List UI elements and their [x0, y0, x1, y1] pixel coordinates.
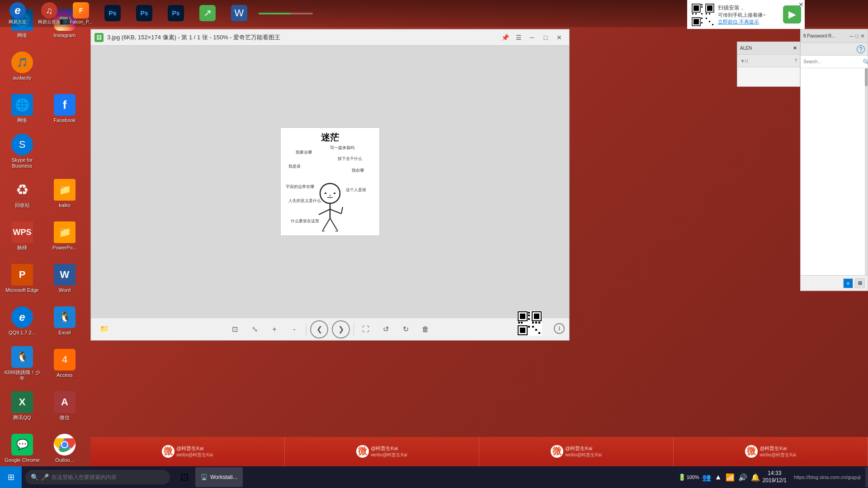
delete-button[interactable]: 🗑 — [417, 321, 434, 338]
desktop-icon-label-excel: 腾讯QQ — [13, 415, 31, 421]
svg-rect-49 — [709, 21, 710, 22]
desktop-icon-recycle[interactable]: ♻ 回收站 — [2, 174, 42, 214]
sec-nav-chevron-down[interactable]: ▼ — [740, 58, 745, 64]
desktop-icon-audacity-placeholder[interactable]: 🎵 audacity — [2, 46, 42, 87]
save-to-folder-button[interactable]: 📁 — [96, 320, 113, 337]
desktop-icon-skype[interactable]: S Skype for Business — [2, 131, 42, 172]
desktop-icon-label-chrome: Outloo... — [55, 457, 74, 463]
right-panel-close[interactable]: ✕ — [860, 33, 865, 39]
right-panel-help-button[interactable]: ? — [857, 45, 865, 53]
desktop-icon-msedge[interactable]: e QQ9.1.7.2... — [2, 301, 42, 342]
right-panel-search-input[interactable] — [803, 59, 861, 64]
top-bar-icon-ps2[interactable]: Ps — [128, 1, 160, 26]
meme-display: 迷茫 我要去哪 写一篇来着吗 按下去干什么 我是谁 我在哪 宇宙的边界在哪 这个… — [280, 127, 380, 236]
desktop-icon-qq[interactable]: 🐧 Excel — [44, 301, 85, 342]
right-panel-minimize[interactable]: ─ — [849, 33, 854, 39]
zoom-out-button[interactable]: - — [286, 321, 302, 338]
top-bar-icon-ie[interactable]: e 网易大全 — [2, 1, 33, 26]
qr-goto-link[interactable]: 立即前往 不再提示 — [718, 19, 759, 24]
desktop-icon-chrome[interactable]: Outloo... — [44, 428, 85, 469]
network-icon[interactable]: 📶 — [725, 472, 736, 483]
viewer-maximize-button[interactable]: □ — [539, 32, 552, 43]
fullscreen-button[interactable]: ⛶ — [358, 321, 374, 338]
viewer-menu-button[interactable]: ☰ — [512, 32, 525, 43]
crop-button[interactable]: ⊡ — [226, 321, 243, 338]
taskbar-time: 14:33 — [763, 470, 787, 477]
taskbar-workstation-item[interactable]: 🖥️ Workstati... — [195, 467, 243, 487]
people-icon[interactable]: 👥 — [701, 472, 712, 483]
right-panel-scrollthumb[interactable] — [865, 68, 868, 86]
right-panel-maximize[interactable]: □ — [855, 33, 859, 39]
qr-close-button[interactable]: ✕ — [798, 1, 804, 8]
top-bar-icon-falcon[interactable]: F Falcon_P... — [65, 1, 97, 26]
top-bar-icon-worddoc[interactable]: W — [223, 1, 255, 26]
progress-bar-fill — [259, 13, 291, 14]
show-desktop-button[interactable] — [865, 467, 868, 487]
resize-button[interactable]: ⤡ — [246, 321, 263, 338]
start-button[interactable]: ⊞ — [0, 466, 22, 488]
right-panel-scrolltrack — [865, 68, 868, 275]
top-bar-icon-share[interactable]: ↗ — [192, 1, 223, 26]
desktop-icon-wps[interactable]: WPS 杨梼 — [2, 216, 42, 257]
list-view-button[interactable]: ≡ — [843, 278, 853, 288]
desktop-icon-word[interactable]: W Word — [44, 258, 85, 299]
desktop-icon-yangtao[interactable]: 📁 PowerPo... — [44, 216, 85, 257]
desktop-icon-wanglu[interactable]: 🌐 网络 — [2, 89, 42, 129]
desktop-icon-label-access: 微信 — [60, 415, 70, 421]
taskbar-time-display[interactable]: 14:33 2019/12/1 — [763, 470, 787, 484]
right-panel-title: ft Password R... — [803, 33, 848, 38]
right-panel-password-manager: ft Password R... ─ □ ✕ ? 🔍 ≡ ⊞ — [800, 29, 868, 291]
svg-rect-29 — [538, 322, 540, 324]
viewer-minimize-button[interactable]: ─ — [526, 32, 538, 43]
desktop-icon-label-qq: Excel — [59, 330, 71, 336]
desktop-icon-label-tencentqq: 4399跳跳哦！少年 — [4, 370, 40, 381]
sec-nav-help[interactable]: ? — [794, 58, 797, 63]
rotate-left-button[interactable]: ↺ — [377, 321, 394, 338]
taskbar-search-bar[interactable]: 🔍 🎤 — [25, 470, 170, 484]
desktop-icon-wechat[interactable]: 💬 Google Chrome — [2, 428, 42, 469]
desktop-icon-excel[interactable]: X 腾讯QQ — [2, 386, 42, 427]
svg-rect-36 — [693, 5, 699, 11]
desktop-icon-label-wechat: Google Chrome — [5, 457, 40, 463]
sec-nav-chevron-max[interactable]: □ — [745, 58, 795, 63]
viewer-app-icon: 🖼 — [94, 33, 104, 42]
grid-view-button[interactable]: ⊞ — [855, 278, 865, 288]
desktop-icon-facebook[interactable]: f Facebook — [44, 89, 85, 129]
battery-icon: 🔋 — [678, 474, 686, 481]
desktop-icon-label-wps: 杨梼 — [17, 245, 27, 251]
top-bar-icon-ps1[interactable]: Ps — [97, 1, 128, 26]
top-bar-icon-ps3[interactable]: Ps — [160, 1, 192, 26]
viewer-close-button[interactable]: ✕ — [553, 32, 566, 43]
qr-scan-line1: 扫描安装， — [718, 4, 779, 12]
desktop-icon-kaiko[interactable]: 📁 kaiko — [44, 174, 85, 214]
top-bar-icon-netease[interactable]: ♫ 网易云音乐 — [33, 1, 65, 26]
prev-image-button[interactable]: ❮ — [310, 320, 328, 338]
desktop-icon-placeholder2[interactable] — [44, 46, 85, 87]
notification-bell[interactable]: 🔔 — [750, 472, 761, 483]
sec-win-close[interactable]: ✕ — [793, 45, 797, 51]
viewer-info-button[interactable]: ℹ — [554, 323, 565, 334]
show-hidden-icons-button[interactable]: ▲ — [714, 472, 723, 482]
weibo-cell-2-content: 微 @柯普生Kai weibo@柯普生Kai — [356, 445, 407, 459]
next-image-button[interactable]: ❯ — [332, 320, 350, 338]
svg-rect-27 — [532, 322, 534, 324]
workstation-icon: 🖥️ — [201, 474, 208, 480]
battery-indicator[interactable]: 🔋 100% — [678, 474, 699, 481]
taskbar-search-input[interactable] — [52, 474, 165, 480]
desktop-icon-access[interactable]: A 微信 — [44, 386, 85, 427]
weibo-cell-4-content: 微 @柯普生Kai weibo@柯普生Kai — [745, 445, 796, 459]
meme-text-6: 宇宙的边界在哪 — [286, 184, 314, 190]
desktop-icon-tencentqq[interactable]: 🐧 4399跳跳哦！少年 — [2, 343, 42, 384]
qr-app-icon[interactable]: ▶ — [783, 5, 801, 23]
zoom-in-button[interactable]: + — [266, 321, 283, 338]
speaker-icon[interactable]: 🔊 — [737, 472, 748, 483]
viewer-pin-button[interactable]: 📌 — [499, 32, 511, 43]
meme-text-5: 我在哪 — [352, 168, 364, 174]
desktop-icon-powerpoint[interactable]: P Microsoft Edge — [2, 258, 42, 299]
rotate-right-button[interactable]: ↻ — [397, 321, 414, 338]
desktop-icon-4399[interactable]: 4 Access — [44, 343, 85, 384]
right-panel-search-icon[interactable]: 🔍 — [863, 59, 868, 65]
task-view-button[interactable]: ⊡ — [175, 467, 194, 487]
qr-corner-bar: 扫描安装， 可传到手机上接着播~ 立即前往 不再提示 ▶ ✕ — [687, 0, 805, 29]
svg-rect-41 — [701, 4, 703, 5]
